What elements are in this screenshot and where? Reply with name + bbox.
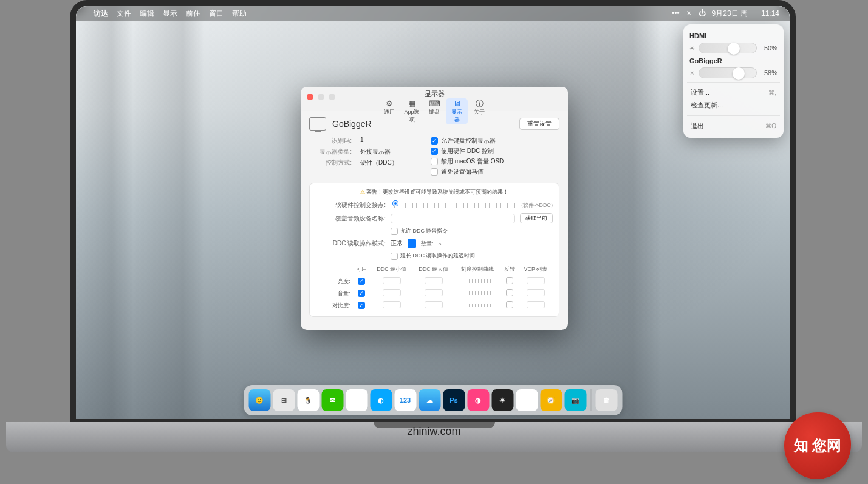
dock-chrome[interactable]: ◉: [346, 389, 367, 411]
control-table: 可用 DDC 最小值 DDC 最大值 刻度控制曲线 反转 VCP 列表 亮度: …: [316, 264, 553, 312]
dock-launchpad[interactable]: ⊞: [273, 389, 295, 411]
brightness-pct-gobigger: 58%: [760, 69, 777, 77]
popover-check-updates[interactable]: 检查更新...: [689, 99, 777, 112]
monitor-icon: [309, 117, 326, 131]
use-ddc-checkbox[interactable]: ✓: [431, 148, 438, 155]
menu-file[interactable]: 文件: [117, 9, 131, 19]
read-mode-stepper[interactable]: [408, 239, 416, 248]
dock-photoshop[interactable]: Ps: [443, 389, 465, 411]
extend-delay-checkbox[interactable]: [391, 253, 398, 260]
brightness-invert-checkbox[interactable]: [506, 277, 513, 284]
read-mode-value: 正常: [391, 239, 403, 248]
dock-trash[interactable]: 🗑: [595, 389, 617, 411]
type-label: 显示器类型:: [309, 148, 352, 156]
contrast-vcp-input[interactable]: [527, 301, 545, 308]
dock-123[interactable]: 123: [394, 389, 416, 411]
contrast-max-input[interactable]: [425, 301, 443, 308]
volume-min-input[interactable]: [383, 289, 401, 296]
disable-osd-checkbox[interactable]: [431, 158, 438, 165]
dock-qq[interactable]: 🐧: [297, 389, 319, 411]
menu-window[interactable]: 窗口: [209, 9, 224, 19]
row-brightness-label: 亮度:: [316, 275, 352, 287]
menu-help[interactable]: 帮助: [232, 9, 247, 19]
allow-keyboard-checkbox[interactable]: ✓: [431, 137, 438, 145]
volume-curve-slider[interactable]: [463, 291, 492, 295]
dock-finder[interactable]: 🙂: [248, 389, 270, 411]
override-audio-input[interactable]: [391, 214, 515, 223]
dock-icloud[interactable]: ☁: [419, 389, 440, 411]
displays-icon: 🖥: [449, 100, 465, 108]
tab-keyboard[interactable]: ⌨键盘: [423, 98, 445, 124]
brightness-slider-hdmi[interactable]: [699, 43, 757, 53]
shortcut-label: ⌘Q: [765, 123, 776, 129]
dock-baidu-netdisk[interactable]: ◐: [370, 389, 392, 411]
settings-window: 显示器 ⚙通用 ▦App选项 ⌨键盘 🖥显示器 ⓘ关于 GoBiggeR 重置设…: [301, 87, 568, 330]
app-menu[interactable]: 访达: [94, 9, 108, 19]
volume-vcp-input[interactable]: [527, 289, 545, 296]
popover-display2-title: GoBiggeR: [689, 57, 777, 64]
col-min: DDC 最小值: [371, 264, 412, 275]
dock-monitorcontrol[interactable]: ☀: [491, 389, 513, 411]
reset-settings-button[interactable]: 重置设置: [519, 118, 559, 130]
count-label: 数量:: [421, 240, 434, 248]
laptop-frame: 访达 文件 编辑 显示 前住 窗口 帮助 ••• ☀ ⏻ 9月23日 周一 11…: [70, 0, 796, 425]
row-volume-label: 音量:: [316, 287, 352, 299]
popover-display1-title: HDMI: [689, 32, 777, 39]
brightness-pct-hdmi: 50%: [760, 44, 777, 52]
status-date[interactable]: 9月23日 周一: [712, 9, 755, 19]
menu-edit[interactable]: 编辑: [140, 9, 154, 19]
status-toggle-icon[interactable]: ⏻: [699, 9, 706, 18]
tab-about[interactable]: ⓘ关于: [468, 98, 490, 124]
warning-text: ⚠ 警告！更改这些设置可能导致系统崩溃或不可预期的结果！: [316, 188, 553, 196]
brightness-slider-gobigger[interactable]: [699, 67, 757, 78]
menu-view[interactable]: 显示: [163, 9, 177, 19]
table-row: 亮度: ✓: [316, 275, 553, 287]
tab-app-options[interactable]: ▦App选项: [401, 98, 423, 124]
screen: 访达 文件 编辑 显示 前住 窗口 帮助 ••• ☀ ⏻ 9月23日 周一 11…: [76, 6, 790, 419]
col-max: DDC 最大值: [412, 264, 454, 275]
brightness-enabled-checkbox[interactable]: ✓: [358, 278, 365, 285]
table-row: 音量: ✓: [316, 287, 553, 299]
tab-general[interactable]: ⚙通用: [378, 98, 400, 124]
warning-icon: ⚠: [360, 189, 365, 195]
dock-safari[interactable]: 🧭: [540, 389, 562, 411]
window-title: 显示器: [301, 89, 568, 98]
menu-go[interactable]: 前住: [186, 9, 200, 19]
control-value: 硬件（DDC）: [360, 158, 419, 167]
slider-icon: ⚙: [381, 100, 397, 108]
status-brightness-icon[interactable]: ☀: [686, 9, 692, 18]
dock-wechat[interactable]: ✉: [321, 389, 343, 411]
brightness-min-input[interactable]: [383, 277, 401, 284]
count-value: 5: [439, 240, 442, 247]
allow-mute-checkbox[interactable]: [391, 228, 398, 235]
brightness-vcp-input[interactable]: [527, 277, 545, 284]
dock-app[interactable]: ◉: [516, 389, 538, 411]
handoff-slider[interactable]: [391, 203, 516, 208]
get-current-button[interactable]: 获取当前: [520, 213, 553, 223]
brightness-max-input[interactable]: [425, 277, 443, 284]
status-time[interactable]: 11:14: [761, 9, 779, 18]
volume-invert-checkbox[interactable]: [506, 289, 513, 296]
brand-watermark: zhiniw.com: [407, 425, 460, 438]
contrast-enabled-checkbox[interactable]: ✓: [358, 302, 365, 309]
contrast-invert-checkbox[interactable]: [506, 301, 513, 308]
contrast-min-input[interactable]: [383, 301, 401, 308]
sun-icon: ☀: [689, 70, 695, 77]
volume-max-input[interactable]: [425, 289, 443, 296]
col-vcp: VCP 列表: [519, 264, 553, 275]
tab-displays[interactable]: 🖥显示器: [446, 98, 468, 124]
row-contrast-label: 对比度:: [316, 299, 352, 312]
volume-enabled-checkbox[interactable]: ✓: [358, 290, 365, 297]
status-more-icon[interactable]: •••: [672, 9, 680, 18]
control-label: 控制方式:: [309, 158, 352, 167]
popover-settings[interactable]: 设置... ⌘,: [689, 86, 777, 99]
dock-camera[interactable]: 📷: [564, 389, 586, 411]
dock-cleanmymac[interactable]: ◑: [467, 389, 489, 411]
avoid-gamma-checkbox[interactable]: [431, 168, 438, 176]
contrast-curve-slider[interactable]: [463, 304, 492, 307]
brightness-curve-slider[interactable]: [463, 279, 492, 283]
popover-quit[interactable]: 退出 ⌘Q: [689, 120, 777, 132]
dock-separator: [590, 389, 591, 411]
menubar: 访达 文件 编辑 显示 前住 窗口 帮助 ••• ☀ ⏻ 9月23日 周一 11…: [76, 6, 790, 21]
popover-display1-slider-row: ☀ 50%: [689, 43, 777, 53]
